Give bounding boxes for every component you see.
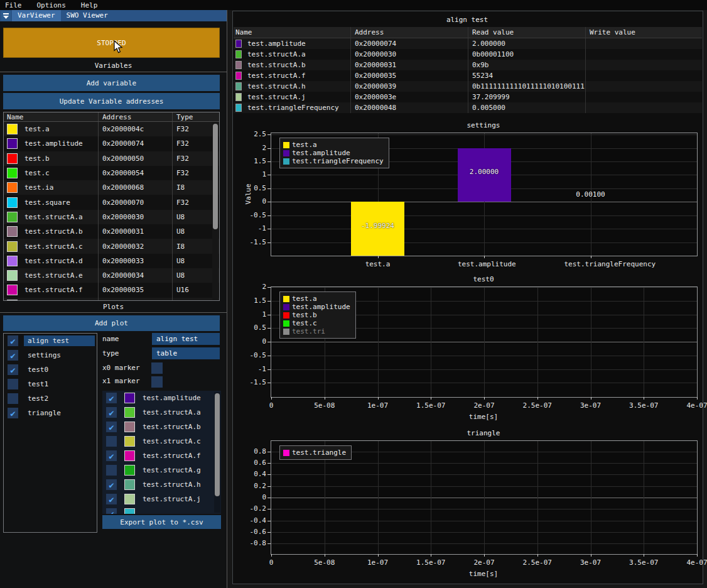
plot-list-item[interactable]: ✔test0 — [4, 362, 97, 377]
x-gridline — [484, 441, 485, 554]
table-row[interactable]: test.structA.a0x200000300b00001100 — [234, 49, 702, 60]
plot-checkbox[interactable]: ✔ — [8, 408, 18, 418]
plot-list-item[interactable]: ✔settings — [4, 348, 97, 362]
legend-swatch — [283, 158, 289, 165]
row-name-cell: test.structA.h — [234, 81, 350, 92]
scrollbar-thumb[interactable] — [215, 393, 220, 496]
plot-list-label[interactable]: test0 — [24, 364, 95, 375]
plot-list-label[interactable]: align test — [24, 335, 95, 346]
variable-row[interactable]: test.structA.d0x20000033U8 — [4, 254, 219, 268]
update-addresses-button[interactable]: Update Variable addresses — [3, 93, 220, 109]
plot-variable-item[interactable]: ✔test.structA.j — [102, 492, 221, 506]
tab-swo-viewer[interactable]: SWO Viewer — [61, 10, 114, 21]
plot-variable-checkbox[interactable]: ✔ — [106, 479, 117, 490]
variable-name-cell: test.structA.d — [4, 254, 98, 268]
row-write-value-cell[interactable] — [585, 38, 702, 49]
plot-checkbox[interactable]: ✔ — [8, 350, 18, 361]
tab-list-icon[interactable] — [1, 11, 11, 21]
plot-variable-item[interactable]: test.structA.g — [102, 463, 221, 477]
variable-row[interactable]: test.structA.a0x20000030U8 — [4, 210, 219, 224]
pane-separator[interactable] — [227, 10, 227, 588]
plot-list-label[interactable]: settings — [24, 350, 95, 361]
x-gridline — [591, 287, 591, 397]
x-tick-mark — [591, 256, 591, 258]
plot-type-select[interactable]: table — [152, 347, 220, 359]
row-write-value-cell[interactable] — [585, 92, 702, 102]
x0-marker-checkbox[interactable] — [151, 362, 163, 374]
plot-name-input[interactable]: align test — [152, 333, 220, 345]
table-row[interactable]: test.structA.b0x200000310x9b — [234, 60, 702, 70]
menu-help[interactable]: Help — [73, 1, 105, 9]
plot-variable-checkbox[interactable]: ✔ — [106, 508, 117, 514]
table-row[interactable]: test.amplitude0x200000742.000000 — [234, 38, 702, 49]
variables-table-scrollbar[interactable] — [212, 122, 219, 300]
variable-row[interactable]: test.b0x20000050F32 — [4, 151, 219, 166]
variable-row[interactable]: test.structA.c0x20000032I8 — [4, 239, 219, 253]
plot-variable-item[interactable]: ✔ — [102, 506, 221, 514]
add-plot-button[interactable]: Add plot — [3, 315, 220, 331]
add-variable-button[interactable]: Add variable — [3, 75, 220, 91]
table-row[interactable]: test.structA.j0x2000003e37.209999 — [234, 92, 702, 102]
color-swatch — [235, 82, 242, 90]
plot-variable-checkbox[interactable]: ✔ — [106, 407, 117, 418]
color-swatch — [235, 50, 242, 58]
variable-name: test.square — [24, 199, 70, 207]
plot-list-item[interactable]: ✔triangle — [4, 406, 97, 420]
plot-variable-checkbox[interactable]: ✔ — [106, 494, 117, 504]
plot-checkbox[interactable]: ✔ — [8, 364, 18, 375]
variable-row[interactable]: test.structA.b0x20000031U8 — [4, 224, 219, 239]
variable-row[interactable]: test.a0x2000004cF32 — [4, 122, 219, 136]
legend-label: test.tri — [292, 327, 325, 335]
plot-variable-checkbox[interactable] — [106, 436, 117, 447]
row-read-value-cell: 55234 — [468, 70, 585, 81]
row-write-value-cell[interactable] — [585, 49, 702, 60]
variable-row[interactable] — [4, 298, 219, 300]
variable-row[interactable]: test.square0x20000070F32 — [4, 195, 219, 209]
plot-variable-checkbox[interactable]: ✔ — [106, 422, 117, 432]
plot-list-item[interactable]: test2 — [4, 391, 97, 406]
plot-list-label[interactable]: triangle — [24, 408, 95, 418]
plot-variable-item[interactable]: test.structA.c — [102, 434, 221, 449]
plot-list-item[interactable]: test1 — [4, 377, 97, 391]
plot-variable-checkbox[interactable]: ✔ — [106, 393, 117, 403]
plot-list-label[interactable]: test1 — [24, 379, 95, 389]
plot-checkbox[interactable]: ✔ — [8, 335, 18, 346]
table-row[interactable]: test.triangleFrequency0x200000480.005000 — [234, 102, 702, 113]
scrollbar-thumb[interactable] — [213, 124, 218, 229]
plot-variable-item[interactable]: ✔test.structA.h — [102, 477, 221, 492]
plot-checkbox[interactable] — [8, 379, 18, 389]
menu-file[interactable]: File — [0, 1, 30, 9]
row-write-value-cell[interactable] — [585, 60, 702, 70]
plot-variable-checkbox[interactable] — [106, 465, 117, 476]
plot-checkbox[interactable] — [8, 393, 18, 404]
y-tick-label: 1 — [232, 170, 266, 178]
table-row[interactable]: test.structA.f0x2000003555234 — [234, 70, 702, 81]
plot-variable-item[interactable]: ✔test.structA.f — [102, 449, 221, 463]
plot-list-label[interactable]: test2 — [24, 393, 95, 404]
mouse-cursor — [114, 40, 124, 54]
variable-row[interactable]: test.c0x20000054F32 — [4, 166, 219, 180]
row-write-value-cell[interactable] — [585, 70, 702, 81]
variable-name: test.structA.c — [24, 242, 83, 251]
plot-variable-label: test.structA.b — [143, 423, 201, 431]
export-csv-button[interactable]: Export plot to *.csv — [102, 515, 221, 529]
x1-marker-checkbox[interactable] — [151, 376, 163, 388]
plot-variable-item[interactable]: ✔test.amplitude — [102, 391, 221, 405]
color-swatch — [124, 407, 135, 418]
row-write-value-cell[interactable] — [585, 81, 702, 92]
tab-varviewer[interactable]: VarViewer — [12, 10, 61, 21]
variable-row[interactable]: test.structA.f0x20000035U16 — [4, 283, 219, 297]
variable-row[interactable]: test.amplitude0x20000074F32 — [4, 136, 219, 151]
plot-variable-item[interactable]: ✔test.structA.b — [102, 420, 221, 434]
variable-row[interactable]: test.ia0x20000068I8 — [4, 180, 219, 195]
plot-variables-scrollbar[interactable] — [214, 392, 220, 513]
color-swatch — [7, 226, 18, 237]
plot-variable-item[interactable]: ✔test.structA.a — [102, 405, 221, 420]
plot-list-item[interactable]: ✔align test — [4, 334, 97, 348]
plot-variable-checkbox[interactable]: ✔ — [106, 450, 117, 461]
table-row[interactable]: test.structA.h0x200000390b11111111110111… — [234, 81, 702, 92]
run-state-button[interactable]: STOPPED — [3, 28, 220, 58]
variable-row[interactable]: test.structA.e0x20000034U8 — [4, 268, 219, 283]
menu-options[interactable]: Options — [30, 1, 73, 9]
row-write-value-cell[interactable] — [585, 102, 702, 113]
